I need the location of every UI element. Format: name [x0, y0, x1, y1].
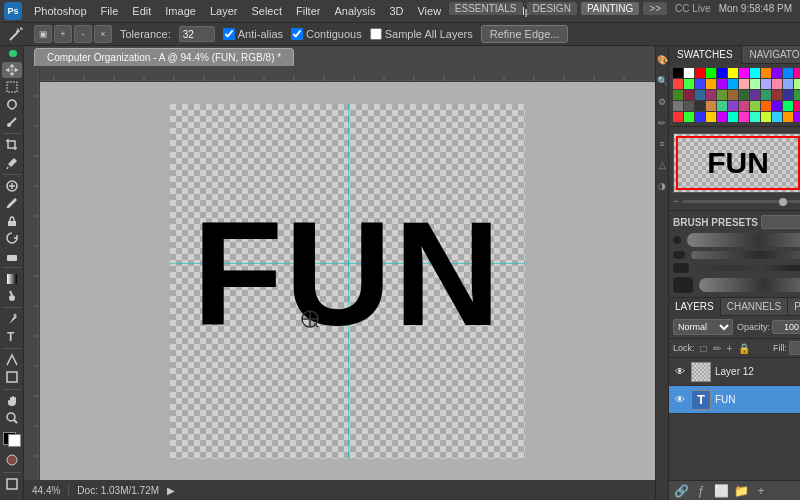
- swatch-cell[interactable]: [739, 101, 749, 111]
- swatch-cell[interactable]: [783, 68, 793, 78]
- spot-heal-tool[interactable]: [2, 178, 22, 194]
- swatch-cell[interactable]: [728, 79, 738, 89]
- swatch-cell[interactable]: [750, 68, 760, 78]
- swatch-cell[interactable]: [750, 101, 760, 111]
- path-icon[interactable]: △: [656, 155, 668, 175]
- swatch-cell[interactable]: [739, 112, 749, 122]
- swatch-cell[interactable]: [772, 112, 782, 122]
- document-tab[interactable]: Computer Organization - A @ 94.4% (FUN, …: [34, 48, 294, 66]
- menu-3d[interactable]: 3D: [383, 4, 409, 18]
- swatch-cell[interactable]: [761, 79, 771, 89]
- swatch-cell[interactable]: [728, 112, 738, 122]
- text-tool[interactable]: T: [2, 329, 22, 345]
- fill-input[interactable]: [789, 341, 800, 355]
- swatch-cell[interactable]: [706, 112, 716, 122]
- history-brush-tool[interactable]: [2, 230, 22, 246]
- swatch-cell[interactable]: [761, 112, 771, 122]
- swatch-cell[interactable]: [673, 90, 683, 100]
- swatch-cell[interactable]: [717, 101, 727, 111]
- subtract-selection-btn[interactable]: -: [74, 25, 92, 43]
- swatch-cell[interactable]: [684, 68, 694, 78]
- color-picker-icon[interactable]: 🎨: [656, 50, 668, 70]
- swatch-cell[interactable]: [728, 68, 738, 78]
- dodge-tool[interactable]: [2, 288, 22, 304]
- layer-icon[interactable]: ≡: [656, 134, 668, 154]
- design-btn[interactable]: DESIGN: [527, 2, 577, 15]
- swatch-cell[interactable]: [772, 79, 782, 89]
- channels-tab[interactable]: CHANNELS: [721, 298, 788, 316]
- navigator-mini-canvas[interactable]: FUN: [673, 133, 800, 193]
- foreground-color-swatch[interactable]: [8, 434, 21, 447]
- marquee-tool[interactable]: [2, 79, 22, 95]
- magic-wand-icon[interactable]: [6, 24, 26, 44]
- adjust-icon[interactable]: ◑: [656, 176, 668, 196]
- magic-wand-tool[interactable]: [2, 114, 22, 130]
- tolerance-input[interactable]: [179, 26, 215, 42]
- more-workspaces-btn[interactable]: >>: [643, 2, 667, 15]
- swatch-cell[interactable]: [783, 101, 793, 111]
- layer-visibility-2[interactable]: 👁: [673, 393, 687, 407]
- swatch-cell[interactable]: [673, 112, 683, 122]
- screen-mode-btn[interactable]: [2, 475, 22, 491]
- essentials-btn[interactable]: ESSENTIALS: [449, 2, 523, 15]
- swatch-cell[interactable]: [783, 112, 793, 122]
- contiguous-checkbox[interactable]: [291, 28, 303, 40]
- quick-mask-btn[interactable]: [2, 452, 22, 468]
- lock-image-btn[interactable]: ✏: [713, 343, 721, 354]
- zoom-tool[interactable]: [2, 410, 22, 426]
- menu-filter[interactable]: Filter: [290, 4, 326, 18]
- painting-btn[interactable]: PAINTING: [581, 2, 639, 15]
- swatch-cell[interactable]: [684, 79, 694, 89]
- swatch-cell[interactable]: [695, 90, 705, 100]
- settings-icon[interactable]: ⚙: [656, 92, 668, 112]
- lock-position-btn[interactable]: +: [727, 343, 733, 354]
- swatch-cell[interactable]: [695, 101, 705, 111]
- swatch-cell[interactable]: [772, 101, 782, 111]
- paths-tab[interactable]: PATHS: [788, 298, 800, 316]
- brush-name-field[interactable]: [761, 215, 800, 229]
- brush-settings-icon[interactable]: ✏: [656, 113, 668, 133]
- swatch-cell[interactable]: [761, 90, 771, 100]
- anti-alias-checkbox[interactable]: [223, 28, 235, 40]
- layers-tab[interactable]: LAYERS: [669, 298, 721, 316]
- swatch-cell[interactable]: [750, 112, 760, 122]
- swatch-cell[interactable]: [684, 112, 694, 122]
- pen-tool[interactable]: [2, 311, 22, 327]
- add-selection-btn[interactable]: +: [54, 25, 72, 43]
- menu-edit[interactable]: Edit: [126, 4, 157, 18]
- layer-mask-btn[interactable]: ⬜: [713, 484, 729, 498]
- swatch-cell[interactable]: [706, 68, 716, 78]
- stamp-tool[interactable]: [2, 213, 22, 229]
- swatch-cell[interactable]: [783, 90, 793, 100]
- lasso-tool[interactable]: [2, 97, 22, 113]
- swatch-cell[interactable]: [706, 79, 716, 89]
- swatch-cell[interactable]: [684, 90, 694, 100]
- menu-photoshop[interactable]: Photoshop: [28, 4, 93, 18]
- zoom-icon[interactable]: 🔍: [656, 71, 668, 91]
- new-group-btn[interactable]: 📁: [733, 484, 749, 498]
- eyedropper-tool[interactable]: [2, 155, 22, 171]
- hand-tool[interactable]: [2, 392, 22, 408]
- nav-zoom-out[interactable]: −: [673, 196, 678, 206]
- new-selection-btn[interactable]: ▣: [34, 25, 52, 43]
- swatches-tab[interactable]: SWATCHES: [669, 46, 742, 64]
- menu-select[interactable]: Select: [245, 4, 288, 18]
- menu-image[interactable]: Image: [159, 4, 202, 18]
- blend-mode-select[interactable]: Normal Multiply Screen: [673, 319, 733, 335]
- canvas-wrapper[interactable]: FUN: [24, 66, 655, 480]
- swatch-cell[interactable]: [673, 79, 683, 89]
- swatch-cell[interactable]: [739, 90, 749, 100]
- swatch-cell[interactable]: [673, 68, 683, 78]
- crop-tool[interactable]: [2, 137, 22, 153]
- brush-row-1[interactable]: [673, 233, 800, 247]
- menu-layer[interactable]: Layer: [204, 4, 244, 18]
- layer-style-btn[interactable]: ƒ: [693, 484, 709, 498]
- swatch-cell[interactable]: [772, 90, 782, 100]
- brush-row-3[interactable]: [673, 263, 800, 273]
- new-layer-btn[interactable]: +: [753, 484, 769, 498]
- canvas-area[interactable]: Computer Organization - A @ 94.4% (FUN, …: [24, 46, 655, 500]
- foreground-background-swatches[interactable]: [3, 432, 21, 447]
- status-arrow[interactable]: ▶: [167, 485, 175, 496]
- swatch-cell[interactable]: [717, 79, 727, 89]
- eraser-tool[interactable]: [2, 247, 22, 263]
